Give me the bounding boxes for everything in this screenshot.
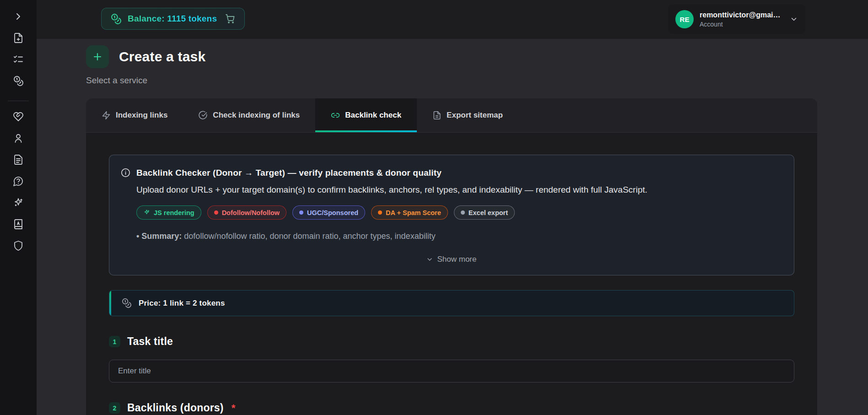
section-backlinks-donors: 2 Backlinks (donors) * [109,402,794,414]
info-icon [120,167,131,178]
summary-line: • Summary: dofollow/nofollow ratio, dono… [136,232,782,241]
summary-label: • Summary: [136,232,182,241]
service-panel: Indexing links Check indexing of links B… [86,98,817,415]
task-list-icon[interactable] [13,54,24,65]
chevron-down-icon [426,256,433,263]
required-asterisk: * [232,402,236,414]
summary-text: dofollow/nofollow ratio, donor domain ra… [182,232,435,241]
account-label: Account [700,21,784,28]
balance-button[interactable]: Balance: 1115 tokens [101,8,245,30]
check-circle-icon [199,111,208,120]
heart-handshake-icon[interactable] [13,111,24,122]
price-label: Price: 1 link = 2 tokens [139,299,225,308]
page-header: Create a task [86,45,868,68]
balance-label: Balance: 1115 tokens [128,14,217,24]
coins-icon[interactable] [13,75,24,86]
coins-icon [110,13,122,25]
file-icon [432,111,442,120]
badge-ugc-sponsored: UGC/Sponsored [292,205,365,220]
tab-export-sitemap[interactable]: Export sitemap [417,98,518,132]
topbar: Balance: 1115 tokens RE remonttivictor@g… [37,0,868,39]
user-icon[interactable] [13,133,24,144]
step-number-badge: 1 [109,336,120,347]
gray-dot-icon [461,210,465,215]
service-description: Upload donor URLs + your target domain(s… [136,185,782,195]
badge-dofollow-nofollow: Dofollow/Nofollow [207,205,286,220]
glossary-book-icon[interactable] [13,219,24,230]
show-more-button[interactable]: Show more [120,255,782,264]
section-title: Backlinks (donors) [127,402,224,414]
service-title: Backlink Checker (Donor → Target) — veri… [136,168,442,178]
account-email: remonttivictor@gmai… [700,11,784,19]
section-title: Task title [127,335,173,348]
tab-label: Indexing links [116,111,167,120]
indigo-dot-icon [299,210,303,215]
price-banner: Price: 1 link = 2 tokens [109,290,794,316]
section-task-title: 1 Task title [109,335,794,348]
sparkles-icon [143,209,150,216]
avatar: RE [675,10,694,28]
badge-excel-export: Excel export [454,205,515,220]
plus-icon [86,45,109,68]
sparkles-icon[interactable] [13,197,24,208]
sidebar-divider [8,101,29,101]
step-number-badge: 2 [109,402,120,414]
tab-content: Backlink Checker (Donor → Target) — veri… [86,133,817,415]
orange-dot-icon [378,210,382,215]
sidebar [0,0,37,415]
tab-label: Backlink check [345,111,401,120]
page-subtitle: Select a service [86,75,868,86]
tab-backlink-check[interactable]: Backlink check [315,98,417,132]
account-menu[interactable]: RE remonttivictor@gmai… Account [668,5,805,34]
file-plus-icon[interactable] [13,32,24,43]
chevron-down-icon [790,15,798,23]
account-info: remonttivictor@gmai… Account [700,11,784,28]
cart-icon[interactable] [225,13,236,24]
feature-badges: JS rendering Dofollow/Nofollow UGC/Spons… [136,205,782,220]
badge-da-spam-score: DA + Spam Score [371,205,448,220]
chevron-right-icon[interactable] [13,11,24,22]
tab-indexing-links[interactable]: Indexing links [86,98,183,132]
red-dot-icon [214,210,218,215]
task-title-input[interactable] [109,360,794,383]
page-title: Create a task [119,49,205,65]
main-content: Create a task Select a service Indexing … [37,39,868,415]
tab-label: Export sitemap [447,111,503,120]
service-info-card: Backlink Checker (Donor → Target) — veri… [109,155,794,275]
tab-check-indexing[interactable]: Check indexing of links [183,98,315,132]
link-icon [331,111,340,120]
badge-js-rendering: JS rendering [136,205,201,220]
coins-icon [121,298,132,308]
shield-icon[interactable] [13,240,24,251]
help-chat-icon[interactable] [13,176,24,187]
service-tabs: Indexing links Check indexing of links B… [86,98,817,133]
tab-label: Check indexing of links [213,111,300,120]
zap-icon [102,111,111,120]
show-more-label: Show more [437,255,477,264]
file-text-icon[interactable] [13,154,24,165]
